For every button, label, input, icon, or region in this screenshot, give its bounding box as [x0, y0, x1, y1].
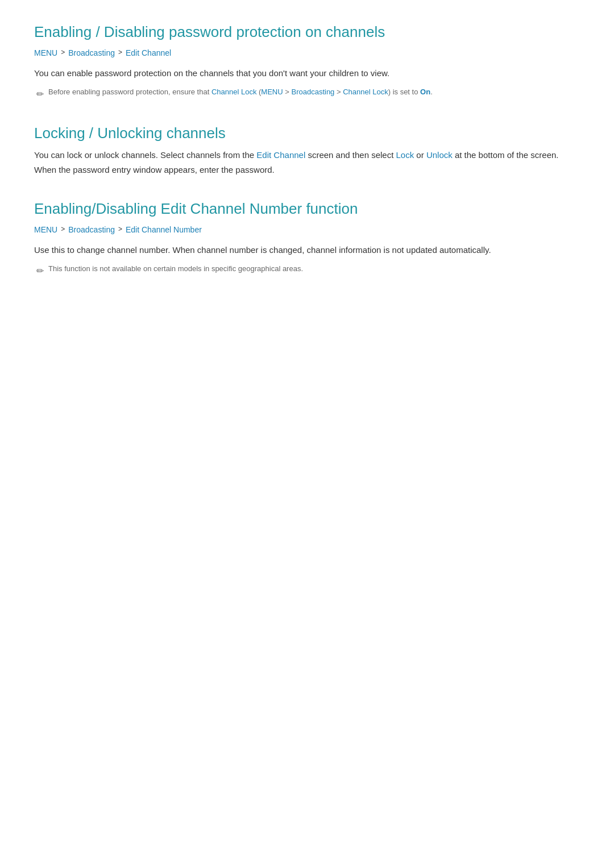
section3-note-text: This function is not available on certai…	[48, 263, 303, 275]
note1-menu[interactable]: MENU	[261, 88, 283, 96]
section-enabling-disabling-password: Enabling / Disabling password protection…	[34, 23, 580, 101]
pencil-icon-1: ✏	[36, 87, 44, 102]
breadcrumb-edit-channel-number[interactable]: Edit Channel Number	[126, 223, 202, 236]
note1-sep1: >	[283, 88, 292, 96]
section3-note: ✏ This function is not available on cert…	[36, 263, 580, 279]
breadcrumb-menu-3[interactable]: MENU	[34, 223, 57, 236]
breadcrumb-edit-channel-1[interactable]: Edit Channel	[126, 47, 171, 59]
section2-body: You can lock or unlock channels. Select …	[34, 148, 580, 177]
breadcrumb-broadcasting-1[interactable]: Broadcasting	[68, 47, 115, 59]
section1-note-text: Before enabling password protection, ens…	[48, 86, 433, 98]
breadcrumb-sep2-1: >	[118, 47, 122, 58]
section2-title: Locking / Unlocking channels	[34, 124, 580, 143]
note1-broadcasting[interactable]: Broadcasting	[291, 88, 334, 96]
section2-edit-channel[interactable]: Edit Channel	[256, 150, 305, 160]
section1-note: ✏ Before enabling password protection, e…	[36, 86, 580, 102]
note1-text-after: is set to	[391, 88, 420, 96]
section2-body-middle2: or	[414, 150, 426, 160]
note1-channel-lock-1[interactable]: Channel Lock	[211, 88, 257, 96]
breadcrumb-sep2-3: >	[118, 224, 122, 235]
section1-body: You can enable password protection on th…	[34, 66, 580, 81]
note1-on: On	[420, 88, 430, 96]
section3-body: Use this to change channel number. When …	[34, 243, 580, 258]
section3-breadcrumb: MENU > Broadcasting > Edit Channel Numbe…	[34, 223, 580, 236]
section3-title: Enabling/Disabling Edit Channel Number f…	[34, 200, 580, 219]
section2-unlock[interactable]: Unlock	[426, 150, 453, 160]
section2-lock[interactable]: Lock	[396, 150, 414, 160]
pencil-icon-3: ✏	[36, 264, 44, 279]
breadcrumb-sep1-3: >	[61, 224, 65, 235]
note1-text-before: Before enabling password protection, ens…	[48, 88, 211, 96]
note1-sep2: >	[334, 88, 343, 96]
section-enabling-disabling-edit-channel-number: Enabling/Disabling Edit Channel Number f…	[34, 200, 580, 278]
breadcrumb-broadcasting-3[interactable]: Broadcasting	[68, 223, 115, 236]
note1-period: .	[430, 88, 433, 96]
breadcrumb-sep1-1: >	[61, 47, 65, 58]
section1-title: Enabling / Disabling password protection…	[34, 23, 580, 42]
section2-body-before: You can lock or unlock channels. Select …	[34, 150, 256, 160]
section1-breadcrumb: MENU > Broadcasting > Edit Channel	[34, 47, 580, 59]
section2-body-middle: screen and then select	[305, 150, 396, 160]
note1-channel-lock-2[interactable]: Channel Lock	[343, 88, 388, 96]
section-locking-unlocking: Locking / Unlocking channels You can loc…	[34, 124, 580, 177]
breadcrumb-menu-1[interactable]: MENU	[34, 47, 57, 59]
